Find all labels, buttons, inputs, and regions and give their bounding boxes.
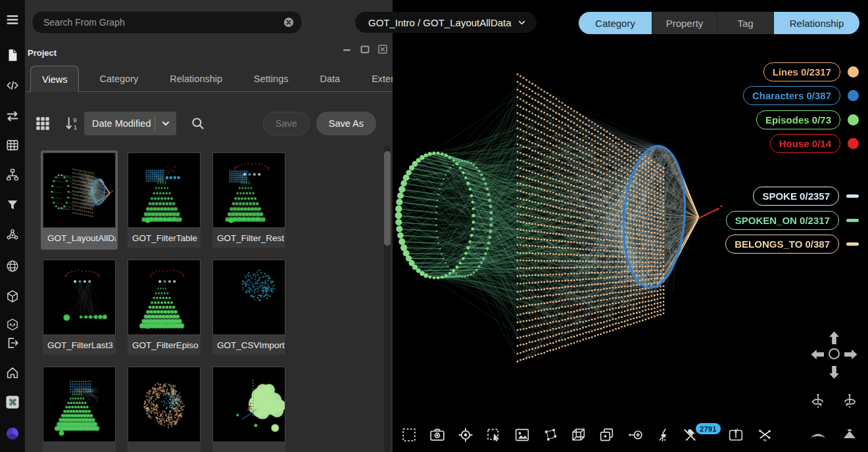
- rotate-left-icon[interactable]: [809, 392, 827, 409]
- view-tile-got_csvimport[interactable]: GOT_CSVImport: [210, 258, 287, 357]
- hill-down-icon[interactable]: [809, 426, 827, 444]
- relationship-pill-spoken_on[interactable]: SPOKEN_ON 0/2317: [726, 211, 839, 230]
- sort-by-dropdown[interactable]: Date Modified: [84, 112, 176, 135]
- image-export-icon[interactable]: [514, 426, 531, 444]
- swap-icon[interactable]: [5, 109, 20, 124]
- menu-icon[interactable]: [5, 12, 20, 27]
- globe-icon[interactable]: [5, 259, 20, 273]
- views-toolbar: 9 1 Date Modified Save Save As: [25, 110, 393, 137]
- pan-down-icon[interactable]: [829, 365, 840, 379]
- view-label: [128, 442, 201, 452]
- relationship-color-swatch[interactable]: [846, 219, 859, 222]
- pinned-count-badge: 2791: [695, 422, 721, 435]
- view-label: GOT_Filter_Rest: [212, 228, 285, 248]
- view-tile[interactable]: [210, 365, 287, 452]
- breadcrumb[interactable]: GOT_Intro / GOT_LayoutAllData: [355, 12, 537, 33]
- tab-data[interactable]: Data: [308, 66, 351, 91]
- add-frame-icon[interactable]: [598, 426, 615, 444]
- relationship-color-swatch[interactable]: [846, 242, 859, 246]
- view-tile-got_layoutalldata[interactable]: GOT_LayoutAllData: [41, 150, 118, 250]
- add-node-icon[interactable]: [627, 426, 644, 444]
- graphxr-app: ⌘ Project ViewsCategoryRelationshipSetti…: [0, 0, 868, 452]
- chevron-down-icon: [518, 18, 526, 27]
- category-pill-episodes[interactable]: Episodes 0/73: [756, 110, 840, 129]
- marquee-select-icon[interactable]: [400, 426, 418, 444]
- screenshot-icon[interactable]: [429, 426, 446, 444]
- graph-nodes-icon[interactable]: [542, 426, 559, 444]
- grid-view-icon[interactable]: [34, 115, 51, 132]
- filter-icon[interactable]: [5, 198, 20, 212]
- category-pill-characters[interactable]: Characters 0/387: [743, 86, 840, 105]
- logout-icon[interactable]: [5, 336, 20, 350]
- view-label: [43, 442, 116, 452]
- mode-tab-category[interactable]: Category: [579, 12, 652, 34]
- view-tile-got_filterepiso[interactable]: GOT_FilterEpiso: [126, 258, 203, 357]
- view-tile[interactable]: [41, 365, 118, 452]
- code-icon[interactable]: [5, 78, 20, 93]
- tab-views[interactable]: Views: [30, 66, 79, 92]
- views-grid: GOT_LayoutAllDataGOT_FilterTableGOT_Filt…: [41, 150, 383, 452]
- table-icon[interactable]: [5, 138, 20, 152]
- relationship-color-swatch[interactable]: [846, 194, 859, 198]
- cube-3d-icon[interactable]: [570, 426, 587, 444]
- home-icon[interactable]: [5, 365, 20, 380]
- pan-center-icon[interactable]: [829, 348, 840, 359]
- view-tile-got_filter_rest[interactable]: GOT_Filter_Rest: [210, 150, 287, 250]
- pan-up-icon[interactable]: [829, 331, 840, 345]
- tab-category[interactable]: Category: [88, 66, 149, 91]
- graph-search-box[interactable]: [32, 11, 302, 34]
- view-thumbnail: [43, 367, 116, 442]
- save-button[interactable]: Save: [263, 112, 310, 135]
- relationship-pill-spoke[interactable]: SPOKE 0/2357: [753, 187, 839, 206]
- rotate-right-icon[interactable]: [841, 392, 858, 409]
- mode-tab-tag[interactable]: Tag: [717, 12, 773, 34]
- mode-tab-property[interactable]: Property: [652, 12, 717, 34]
- clean-graph-icon[interactable]: [655, 426, 672, 444]
- mode-tab-relationship[interactable]: Relationship: [773, 12, 859, 34]
- panel-scrollbar[interactable]: [384, 146, 391, 452]
- sort-descending-icon[interactable]: 9 1: [63, 115, 80, 132]
- network-icon[interactable]: [5, 227, 20, 242]
- minimize-icon[interactable]: [342, 44, 352, 55]
- left-icon-rail: ⌘: [0, 0, 25, 452]
- search-input[interactable]: [32, 17, 283, 28]
- category-color-swatch[interactable]: [848, 66, 859, 78]
- scrollbar-thumb[interactable]: [384, 151, 391, 246]
- pan-left-icon[interactable]: [811, 349, 825, 360]
- legend-category-row: Characters 0/387: [743, 86, 859, 105]
- clear-search-icon[interactable]: [283, 17, 294, 28]
- category-color-swatch[interactable]: [848, 138, 859, 149]
- legend-category-row: Lines 0/2317: [763, 62, 859, 81]
- center-view-icon[interactable]: [457, 426, 474, 444]
- maximize-icon[interactable]: [360, 44, 370, 55]
- category-pill-house[interactable]: House 0/14: [770, 134, 840, 153]
- sitemap-icon[interactable]: [5, 168, 20, 182]
- tab-settings[interactable]: Settings: [243, 66, 299, 91]
- relationship-pill-belongs_to[interactable]: BELONGS_TO 0/387: [725, 235, 839, 254]
- legend-mode-tabs: CategoryPropertyTagRelationship: [579, 12, 859, 34]
- view-tile[interactable]: [126, 365, 203, 452]
- command-icon[interactable]: ⌘: [5, 395, 20, 409]
- view-label: [212, 442, 285, 452]
- save-as-button[interactable]: Save As: [316, 112, 376, 135]
- close-icon[interactable]: [377, 44, 388, 55]
- window-controls: [342, 43, 389, 55]
- search-views-icon[interactable]: [189, 115, 206, 132]
- module-icon[interactable]: [5, 317, 20, 332]
- category-color-swatch[interactable]: [848, 90, 859, 101]
- pan-right-icon[interactable]: [844, 349, 857, 360]
- pin-board-icon[interactable]: [727, 426, 744, 444]
- unlink-icon[interactable]: [756, 426, 773, 444]
- cube-icon[interactable]: [5, 289, 20, 304]
- lasso-select-icon[interactable]: [485, 426, 502, 444]
- category-pill-lines[interactable]: Lines 0/2317: [763, 62, 840, 81]
- file-icon[interactable]: [5, 48, 20, 62]
- tab-relationship[interactable]: Relationship: [158, 66, 233, 91]
- view-tile-got_filtertable[interactable]: GOT_FilterTable: [126, 150, 203, 250]
- view-tile-got_filterlast3[interactable]: GOT_FilterLast3: [41, 258, 118, 357]
- view-thumbnail: [43, 152, 116, 228]
- hill-up-icon[interactable]: [841, 426, 858, 444]
- legend-relationship-row: BELONGS_TO 0/387: [725, 235, 859, 254]
- category-color-swatch[interactable]: [848, 114, 859, 125]
- logo-icon[interactable]: [5, 426, 20, 441]
